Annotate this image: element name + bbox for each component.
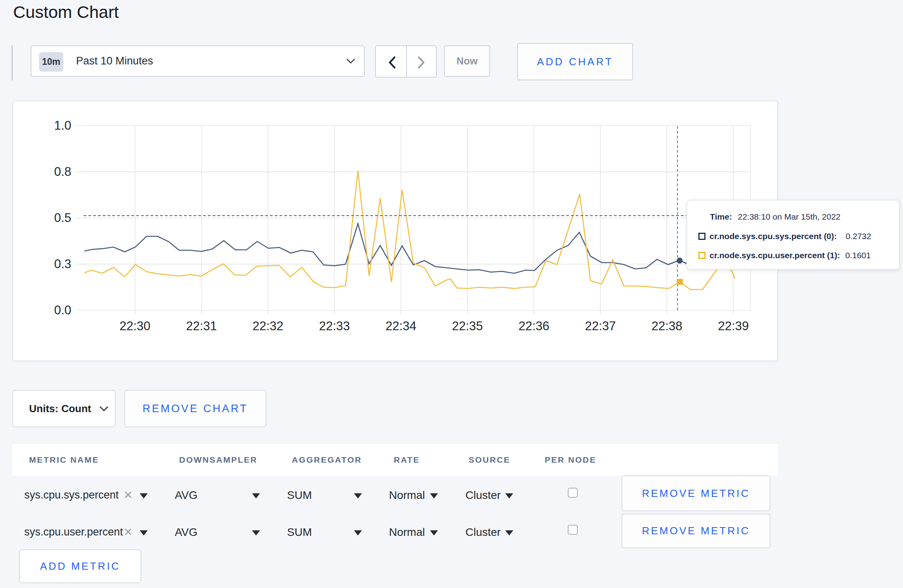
svg-text:22:31: 22:31 [186,319,217,333]
svg-text:0.3: 0.3 [54,257,71,271]
svg-text:22:33: 22:33 [319,319,350,333]
svg-text:0.0: 0.0 [54,303,71,317]
svg-text:0.8: 0.8 [54,165,71,179]
svg-text:22:35: 22:35 [452,319,483,333]
svg-text:22:30: 22:30 [119,319,150,333]
svg-text:22:37: 22:37 [585,319,616,333]
svg-text:22:34: 22:34 [385,319,416,333]
svg-text:22:38: 22:38 [651,319,682,333]
svg-text:0.5: 0.5 [54,211,71,225]
svg-text:1.0: 1.0 [54,119,71,132]
svg-text:22:32: 22:32 [252,319,283,333]
svg-text:22:36: 22:36 [518,319,549,333]
svg-text:22:39: 22:39 [718,319,749,333]
